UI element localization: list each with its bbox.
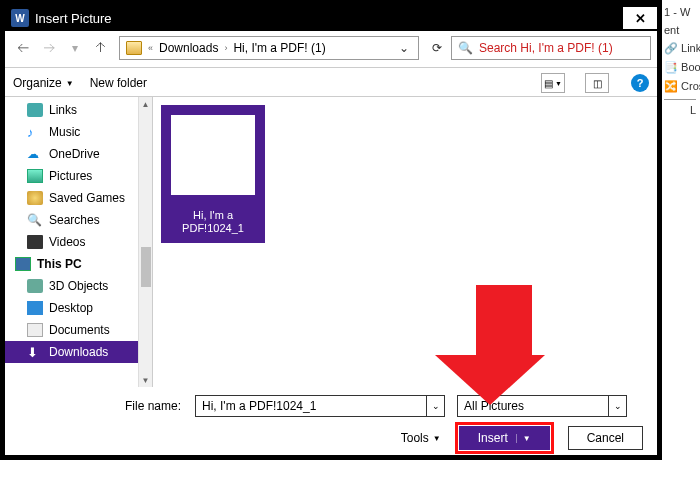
back-button[interactable]: 🡠 [11,36,35,60]
filename-dropdown-button[interactable]: ⌄ [426,396,444,416]
insert-button[interactable]: Insert ▼ [459,426,550,450]
tree-item-music[interactable]: ♪Music [5,121,152,143]
searches-icon: 🔍 [27,213,43,227]
filename-input[interactable]: Hi, I'm a PDF!1024_1 ⌄ [195,395,445,417]
forward-button[interactable]: 🡢 [37,36,61,60]
background-ribbon-fragment: 1 - W ent 🔗 Link 📑 Book 🔀 Cross L [660,0,700,501]
organize-menu[interactable]: Organize ▼ [13,76,74,90]
new-folder-button[interactable]: New folder [90,76,147,90]
tree-item-searches[interactable]: 🔍Searches [5,209,152,231]
preview-pane-button[interactable]: ◫ [585,73,609,93]
address-bar[interactable]: « Downloads › Hi, I'm a PDF! (1) ⌄ [119,36,419,60]
saved-games-icon [27,191,43,205]
toolbar: Organize ▼ New folder ▤ ▼ ◫ ? [5,70,657,96]
search-icon: 🔍 [458,41,473,55]
insert-split-dropdown[interactable]: ▼ [516,434,531,443]
tree-item-onedrive[interactable]: ☁OneDrive [5,143,152,165]
tree-item-pictures[interactable]: Pictures [5,165,152,187]
file-list[interactable]: Hi, I'm a PDF!1024_1 [153,97,657,387]
scroll-down-icon[interactable]: ▼ [139,373,152,387]
filter-dropdown-button[interactable]: ⌄ [608,396,626,416]
tree-item-documents[interactable]: Documents [5,319,152,341]
file-thumbnail[interactable]: Hi, I'm a PDF!1024_1 [161,105,265,243]
search-input[interactable]: 🔍 Search Hi, I'm a PDF! (1) [451,36,651,60]
help-button[interactable]: ? [631,74,649,92]
onedrive-icon: ☁ [27,147,43,161]
download-icon: ⬇ [27,345,43,359]
documents-icon [27,323,43,337]
insert-picture-dialog: W Insert Picture ✕ 🡠 🡢 ▾ 🡡 « Downloads ›… [0,0,662,460]
link-icon [27,103,43,117]
search-placeholder: Search Hi, I'm a PDF! (1) [479,41,613,55]
tree-item-videos[interactable]: Videos [5,231,152,253]
chevron-down-icon: ▼ [433,434,441,443]
tree-scrollbar[interactable]: ▲ ▼ [138,97,152,387]
music-icon: ♪ [27,125,43,139]
scroll-up-icon[interactable]: ▲ [139,97,152,111]
tree-item-saved-games[interactable]: Saved Games [5,187,152,209]
up-button[interactable]: 🡡 [89,36,113,60]
recent-locations-button[interactable]: ▾ [63,36,87,60]
this-pc-icon [15,257,31,271]
tree-item-downloads[interactable]: ⬇Downloads [5,341,152,363]
close-button[interactable]: ✕ [623,7,657,29]
dialog-footer: File name: Hi, I'm a PDF!1024_1 ⌄ All Pi… [5,387,657,459]
scroll-thumb[interactable] [141,247,151,287]
tree-item-3d-objects[interactable]: 3D Objects [5,275,152,297]
3d-objects-icon [27,279,43,293]
pictures-icon [27,169,43,183]
cancel-button[interactable]: Cancel [568,426,643,450]
refresh-button[interactable]: ⟳ [425,36,449,60]
tree-item-desktop[interactable]: Desktop [5,297,152,319]
breadcrumb-downloads[interactable]: Downloads [155,41,222,55]
tools-menu[interactable]: Tools ▼ [401,431,441,445]
nav-tree: Links ♪Music ☁OneDrive Pictures Saved Ga… [5,97,153,387]
chevron-right-icon[interactable]: › [222,43,229,53]
dialog-title: Insert Picture [35,11,623,26]
thumbnail-preview [161,105,265,205]
folder-icon [126,41,142,55]
highlight-annotation: Insert ▼ [455,422,554,454]
desktop-icon [27,301,43,315]
view-options-button[interactable]: ▤ ▼ [541,73,565,93]
breadcrumb-overflow[interactable]: « [146,43,155,53]
breadcrumb-current[interactable]: Hi, I'm a PDF! (1) [229,41,329,55]
nav-row: 🡠 🡢 ▾ 🡡 « Downloads › Hi, I'm a PDF! (1)… [5,31,657,65]
tree-item-links[interactable]: Links [5,99,152,121]
filetype-filter[interactable]: All Pictures ⌄ [457,395,627,417]
address-dropdown-button[interactable]: ⌄ [392,36,416,60]
videos-icon [27,235,43,249]
title-bar: W Insert Picture ✕ [5,5,657,31]
thumbnail-label: Hi, I'm a PDF!1024_1 [161,205,265,243]
tree-item-this-pc[interactable]: This PC [5,253,152,275]
filename-label: File name: [19,399,189,413]
word-icon: W [11,9,29,27]
chevron-down-icon: ▼ [66,79,74,88]
